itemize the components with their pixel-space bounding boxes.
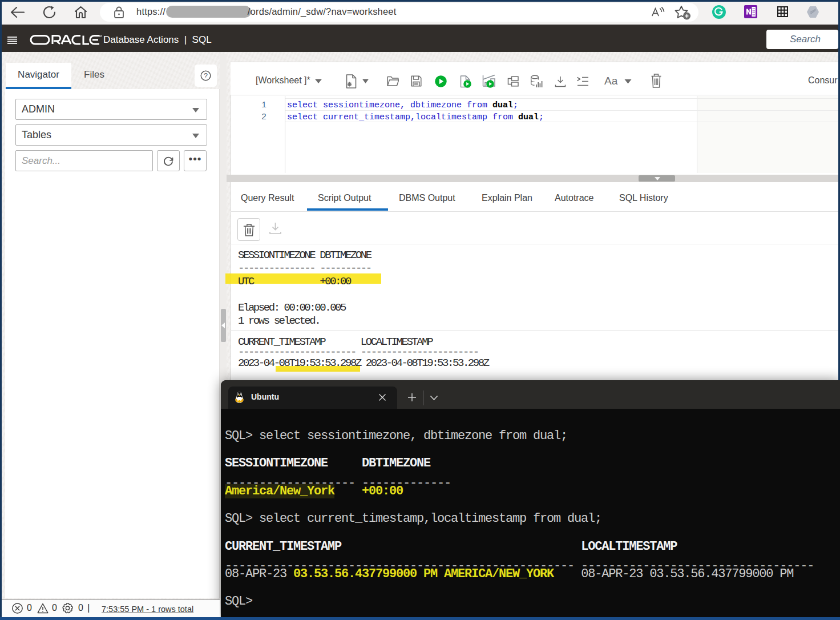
- svg-text:?: ?: [204, 72, 208, 80]
